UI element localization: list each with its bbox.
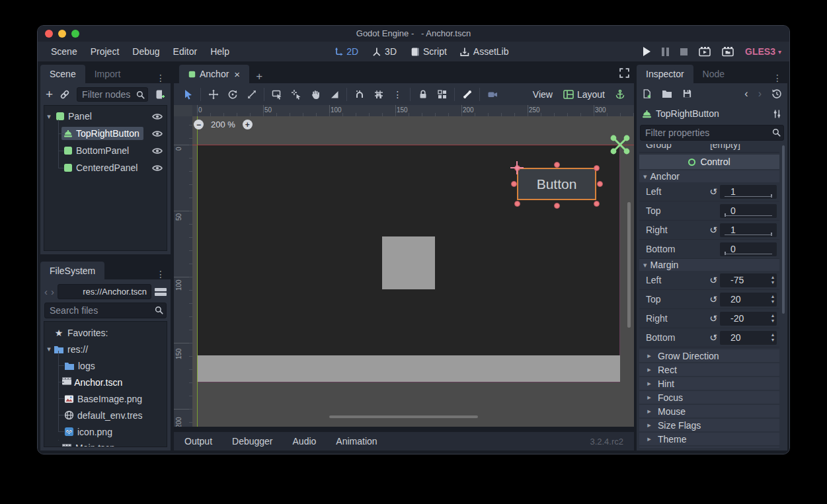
tree-row-panel[interactable]: ▾ Panel	[44, 108, 167, 125]
pause-button[interactable]	[662, 48, 669, 56]
new-resource-button[interactable]	[642, 89, 652, 99]
revert-icon[interactable]: ↺	[707, 275, 720, 285]
anchor-top-value[interactable]: 0	[720, 204, 777, 218]
view-menu[interactable]: View	[528, 89, 558, 100]
section-theme[interactable]: ▸Theme	[639, 433, 779, 445]
skeleton-bone-icon[interactable]	[457, 87, 477, 102]
output-button[interactable]: Output	[184, 436, 212, 447]
tree-row-bottompanel[interactable]: BottomPanel	[44, 142, 167, 159]
viewport-canvas[interactable]: 0 50 100 150 200 250 300 0 50 100 150 20…	[174, 105, 634, 427]
play-custom-scene-button[interactable]	[722, 46, 734, 57]
menu-scene[interactable]: Scene	[44, 46, 84, 57]
zoom-button[interactable]	[71, 30, 79, 38]
snap-options-icon[interactable]: ⋮	[388, 87, 407, 102]
revert-icon[interactable]: ↺	[707, 332, 720, 343]
menu-project[interactable]: Project	[84, 46, 126, 57]
menu-editor[interactable]: Editor	[167, 46, 204, 57]
save-resource-icon[interactable]	[682, 89, 692, 98]
spinner-icon[interactable]: ▴▾	[771, 275, 774, 285]
new-tab-button[interactable]: +	[256, 70, 262, 83]
grid-snap-button[interactable]	[369, 87, 388, 102]
list-item-logs[interactable]: logs	[44, 357, 167, 374]
back-icon[interactable]: ‹	[744, 88, 748, 100]
section-focus[interactable]: ▸Focus	[639, 391, 779, 404]
history-forward-icon[interactable]: ›	[51, 286, 54, 297]
tab-inspector[interactable]: Inspector	[637, 65, 693, 83]
tree-row-toprightbutton[interactable]: TopRightButton	[44, 125, 167, 142]
list-select-button[interactable]	[267, 87, 286, 102]
play-scene-button[interactable]	[699, 46, 711, 57]
list-item-baseimage-png[interactable]: BaseImage.png	[44, 390, 167, 407]
close-button[interactable]	[45, 30, 53, 38]
scale-tool-button[interactable]	[242, 87, 261, 102]
stop-button[interactable]	[680, 48, 688, 55]
close-icon[interactable]: ×	[234, 69, 240, 80]
pivot-select-button[interactable]	[286, 87, 305, 102]
add-node-button[interactable]: +	[46, 87, 53, 102]
tab-filesystem[interactable]: FileSystem	[40, 262, 104, 279]
spinner-icon[interactable]: ▴▾	[771, 313, 774, 324]
tools-icon[interactable]	[772, 109, 782, 119]
menu-debug[interactable]: Debug	[126, 46, 166, 57]
section-hint[interactable]: ▸Hint	[639, 377, 779, 390]
visibility-eye-icon[interactable]	[152, 129, 163, 138]
margin-section-header[interactable]: ▾ Margin	[639, 259, 779, 271]
collapse-icon[interactable]: ▾	[44, 112, 54, 121]
history-icon[interactable]	[771, 89, 782, 99]
visibility-eye-icon[interactable]	[152, 147, 163, 155]
margin-right-value[interactable]: -20▴▾	[720, 312, 777, 326]
revert-icon[interactable]: ↺	[707, 225, 720, 235]
list-item-favorites[interactable]: ★ Favorites:	[44, 324, 167, 341]
dock-menu-icon[interactable]: ⋮	[156, 269, 165, 279]
anchor-mode-button[interactable]	[610, 87, 629, 102]
history-back-icon[interactable]: ‹	[44, 286, 48, 297]
control-class-header[interactable]: Control	[639, 155, 779, 169]
forward-icon[interactable]: ›	[758, 88, 762, 100]
list-item-default-env[interactable]: default_env.tres	[44, 407, 167, 423]
workspace-2d[interactable]: 2D	[333, 46, 358, 57]
centered-panel-node[interactable]	[382, 236, 435, 289]
layout-menu[interactable]: Layout	[558, 89, 610, 100]
ruler-tool-button[interactable]	[325, 87, 344, 102]
bottom-panel-node[interactable]	[197, 355, 620, 382]
inspector-scrollbar[interactable]	[782, 145, 785, 314]
pan-tool-button[interactable]	[305, 87, 325, 102]
play-button[interactable]	[643, 47, 650, 56]
selection-handle[interactable]	[511, 181, 517, 187]
list-item-anchor-tscn[interactable]: Anchor.tscn	[44, 374, 167, 390]
selection-handle[interactable]	[594, 201, 600, 207]
section-grow-direction[interactable]: ▸Grow Direction	[639, 349, 779, 362]
debugger-button[interactable]: Debugger	[232, 436, 273, 447]
camera-override-button[interactable]	[483, 87, 502, 102]
search-files-input[interactable]	[45, 303, 166, 318]
distraction-free-button[interactable]	[619, 67, 630, 79]
smart-snap-button[interactable]	[350, 87, 369, 102]
visibility-eye-icon[interactable]	[152, 164, 163, 172]
list-item-main-tscn[interactable]: Main.tscn	[44, 440, 167, 447]
margin-bottom-value[interactable]: 20▴▾	[720, 331, 777, 345]
renderer-dropdown[interactable]: GLES3 ▾	[745, 46, 781, 57]
group-button[interactable]	[432, 87, 452, 102]
margin-left-value[interactable]: -75▴▾	[720, 273, 777, 287]
dock-menu-icon[interactable]: ⋮	[773, 73, 782, 83]
audio-button[interactable]: Audio	[293, 436, 317, 447]
attach-script-button[interactable]	[155, 89, 165, 100]
list-item-res[interactable]: ▾ res://	[44, 341, 167, 357]
select-tool-button[interactable]	[178, 87, 198, 102]
zoom-in-button[interactable]: +	[243, 120, 253, 129]
revert-icon[interactable]: ↺	[707, 294, 720, 305]
vertical-scrollbar[interactable]	[627, 202, 631, 328]
tree-row-centeredpanel[interactable]: CenteredPanel	[44, 159, 167, 176]
move-tool-button[interactable]	[204, 87, 223, 102]
workspace-script[interactable]: Script	[410, 46, 447, 57]
filter-properties-input[interactable]	[641, 126, 783, 140]
tab-node[interactable]: Node	[693, 65, 734, 83]
spinner-icon[interactable]: ▴▾	[771, 332, 774, 343]
workspace-3d[interactable]: 3D	[372, 46, 397, 57]
selection-handle[interactable]	[597, 181, 603, 187]
minimize-button[interactable]	[58, 30, 66, 38]
selection-handle[interactable]	[554, 203, 560, 209]
tab-import[interactable]: Import	[85, 65, 130, 83]
selection-handle[interactable]	[514, 201, 520, 207]
load-resource-icon[interactable]	[662, 89, 672, 98]
